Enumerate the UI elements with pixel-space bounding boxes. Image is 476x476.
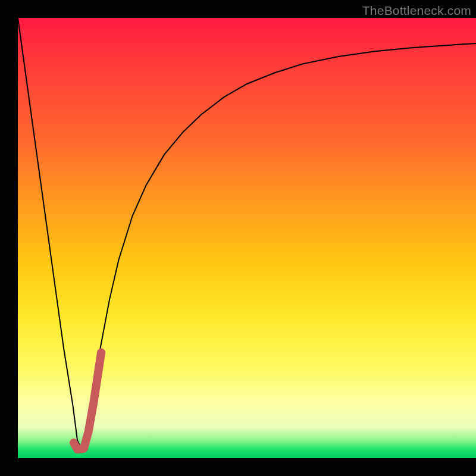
- chart-frame: TheBottleneck.com: [0, 0, 476, 476]
- watermark-text: TheBottleneck.com: [362, 4, 471, 18]
- chart-svg: [18, 18, 476, 458]
- highlight-hook: [74, 352, 101, 449]
- main-curve: [18, 18, 476, 449]
